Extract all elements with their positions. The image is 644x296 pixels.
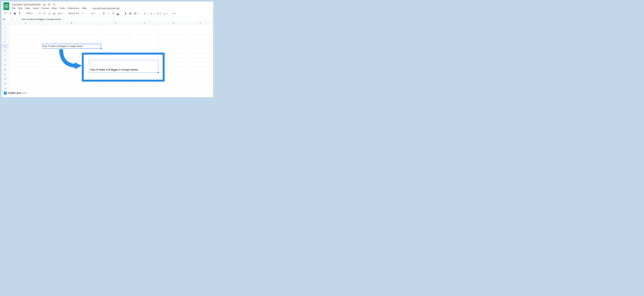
fill-color-button[interactable] bbox=[124, 11, 128, 15]
menu-format[interactable]: Format bbox=[42, 7, 49, 10]
separator bbox=[88, 12, 88, 15]
text-wrap-dropdown[interactable] bbox=[156, 12, 162, 15]
menu-tools[interactable]: Tools bbox=[60, 7, 65, 10]
sheets-logo[interactable] bbox=[4, 2, 9, 10]
undo-button[interactable] bbox=[4, 11, 8, 15]
insert-link-button[interactable] bbox=[172, 11, 176, 15]
strikethrough-button[interactable]: S bbox=[111, 11, 115, 15]
currency-button[interactable]: $ bbox=[38, 11, 42, 15]
svg-rect-2 bbox=[134, 13, 135, 14]
row-headers: 1 2 3 4 5 6 7 8 9 10 11 12 13 14 bbox=[2, 25, 9, 91]
formula-input[interactable]: How To Make Cell Bigger in Google Sheets bbox=[20, 18, 213, 20]
row-header[interactable]: 3 bbox=[2, 34, 9, 39]
menu-help[interactable]: Help bbox=[82, 7, 87, 10]
menu-extensions[interactable]: Extensions bbox=[68, 7, 79, 10]
titlebar: Sample Spreadsheet File Edit View Insert… bbox=[2, 1, 213, 10]
menu-file[interactable]: File bbox=[12, 7, 16, 10]
row-header[interactable]: 2 bbox=[2, 30, 9, 34]
row-header[interactable]: 7 bbox=[2, 53, 9, 58]
menu-insert[interactable]: Insert bbox=[33, 7, 39, 10]
separator bbox=[141, 12, 141, 15]
document-title[interactable]: Sample Spreadsheet bbox=[12, 3, 40, 6]
col-header[interactable]: F bbox=[188, 21, 213, 25]
menu-edit[interactable]: Edit bbox=[18, 7, 22, 10]
cell-b5-text: How To Make Cell Bigger in Google Sheets bbox=[43, 45, 83, 47]
name-box[interactable]: B5 bbox=[2, 17, 14, 21]
percent-button[interactable]: % bbox=[42, 11, 47, 15]
row-header[interactable]: 6 bbox=[2, 48, 9, 53]
text-rotation-dropdown[interactable] bbox=[162, 12, 168, 15]
row-header[interactable]: 8 bbox=[2, 58, 9, 62]
separator bbox=[66, 12, 66, 15]
col-header[interactable]: D bbox=[130, 21, 159, 25]
cells-area[interactable]: How To Make Cell Bigger in Google Sheets bbox=[9, 25, 213, 91]
redo-button[interactable] bbox=[8, 11, 12, 15]
font-size-dropdown[interactable]: 10 bbox=[90, 12, 98, 15]
number-format-dropdown[interactable]: 123 bbox=[56, 12, 64, 15]
italic-button[interactable]: I bbox=[106, 11, 111, 15]
watermark-icon: T bbox=[4, 92, 7, 95]
sheets-logo-icon bbox=[4, 4, 8, 8]
column-headers: A B C D E F bbox=[9, 21, 213, 25]
move-icon[interactable] bbox=[48, 3, 50, 6]
print-button[interactable] bbox=[13, 11, 17, 15]
row-header[interactable]: 12 bbox=[2, 77, 9, 81]
menu-view[interactable]: View bbox=[25, 7, 30, 10]
row-header[interactable]: 10 bbox=[2, 67, 9, 72]
annotation-inset: How To Make Cell Bigger in Google Sheets bbox=[82, 53, 164, 82]
row-header[interactable]: 14 bbox=[2, 86, 9, 91]
zoom-dropdown[interactable]: 100% bbox=[25, 12, 34, 15]
horizontal-align-dropdown[interactable] bbox=[143, 12, 149, 15]
svg-rect-3 bbox=[135, 13, 136, 14]
separator bbox=[170, 12, 170, 15]
font-dropdown[interactable]: Default (Ari... bbox=[67, 12, 87, 15]
select-all-corner[interactable] bbox=[2, 21, 9, 25]
app-window: Sample Spreadsheet File Edit View Insert… bbox=[2, 1, 213, 97]
row-header[interactable]: 11 bbox=[2, 72, 9, 77]
row-header[interactable]: 5 bbox=[2, 44, 9, 48]
text-color-button[interactable]: A bbox=[116, 11, 120, 15]
col-header[interactable]: E bbox=[159, 21, 188, 25]
row-header[interactable]: 4 bbox=[2, 39, 9, 44]
row-header[interactable]: 13 bbox=[2, 81, 9, 86]
increase-decimal-button[interactable]: .00 bbox=[52, 11, 56, 15]
vertical-align-dropdown[interactable] bbox=[149, 12, 155, 15]
row-header[interactable]: 1 bbox=[2, 25, 9, 30]
last-edit-link[interactable]: Last edit was seconds ago bbox=[92, 7, 120, 10]
col-header[interactable]: A bbox=[9, 21, 42, 25]
paint-format-button[interactable] bbox=[18, 11, 22, 15]
col-header[interactable]: C bbox=[101, 21, 130, 25]
menubar: File Edit View Insert Format Data Tools … bbox=[12, 6, 120, 10]
cloud-icon[interactable] bbox=[53, 3, 56, 6]
star-icon[interactable] bbox=[43, 3, 46, 6]
separator bbox=[100, 12, 100, 15]
spreadsheet-grid: A B C D E F 1 2 3 4 5 6 7 8 9 10 11 12 bbox=[2, 21, 213, 91]
bold-button[interactable]: B bbox=[102, 11, 106, 15]
borders-button[interactable] bbox=[128, 11, 132, 15]
separator bbox=[36, 12, 36, 15]
formula-bar: B5 fx How To Make Cell Bigger in Google … bbox=[2, 17, 213, 21]
decrease-decimal-button[interactable]: .0 bbox=[47, 11, 51, 15]
row-header[interactable]: 9 bbox=[2, 62, 9, 67]
inset-selection-handle bbox=[158, 72, 159, 73]
inset-cell-text: How To Make Cell Bigger in Google Sheets bbox=[90, 68, 138, 71]
separator bbox=[23, 12, 24, 15]
watermark: T TEMPLATE.NET bbox=[4, 92, 27, 95]
fx-icon: fx bbox=[14, 17, 20, 21]
merge-cells-dropdown[interactable] bbox=[133, 12, 139, 15]
annotation-arrow-icon bbox=[53, 49, 83, 71]
menu-data[interactable]: Data bbox=[52, 7, 57, 10]
col-header[interactable]: B bbox=[42, 21, 101, 25]
toolbar: 100% $ % .0 .00 123 Default (Ari... 10 B… bbox=[2, 10, 213, 17]
selection-handle[interactable] bbox=[101, 48, 102, 49]
